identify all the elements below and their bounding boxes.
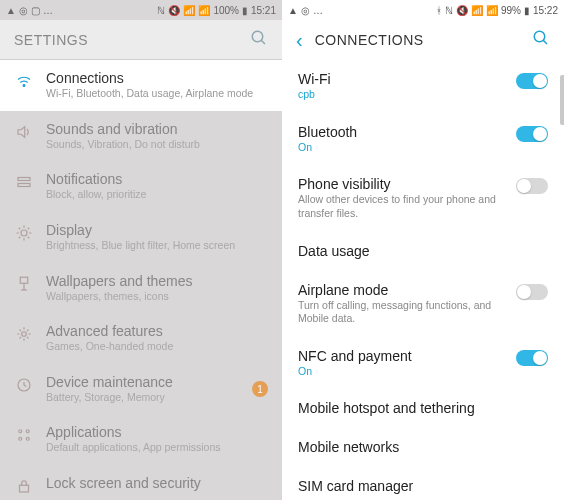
connections-item-data-usage[interactable]: Data usage bbox=[282, 232, 564, 271]
item-title: Wi-Fi bbox=[298, 71, 508, 87]
item-sub: On bbox=[298, 365, 508, 379]
svg-point-16 bbox=[534, 31, 545, 42]
item-title: Lock screen and security bbox=[46, 475, 268, 491]
settings-list: Connections Wi-Fi, Bluetooth, Data usage… bbox=[0, 60, 282, 500]
battery-icon: ▮ bbox=[242, 5, 248, 16]
connections-appbar: ‹ CONNECTIONS bbox=[282, 20, 564, 60]
svg-rect-6 bbox=[20, 277, 28, 283]
item-sub: Games, One-handed mode bbox=[46, 340, 268, 354]
sound-icon bbox=[15, 123, 33, 141]
scrollbar[interactable] bbox=[560, 75, 564, 125]
sync-icon: ◎ bbox=[19, 5, 28, 16]
item-title: Data usage bbox=[298, 243, 548, 259]
connections-item-bluetooth[interactable]: Bluetooth On bbox=[282, 113, 564, 166]
wifi-toggle[interactable] bbox=[516, 73, 548, 89]
status-right-icons: ℕ 🔇 📶 📶 100% ▮ 15:21 bbox=[157, 5, 276, 16]
more-icon: … bbox=[43, 5, 53, 16]
svg-point-2 bbox=[23, 85, 25, 87]
connections-icon bbox=[15, 72, 33, 90]
item-sub: Default applications, App permissions bbox=[46, 441, 268, 455]
phone-visibility-toggle[interactable] bbox=[516, 178, 548, 194]
settings-item-display[interactable]: Display Brightness, Blue light filter, H… bbox=[0, 212, 282, 263]
item-title: Advanced features bbox=[46, 323, 268, 339]
item-sub: Brightness, Blue light filter, Home scre… bbox=[46, 239, 268, 253]
mute-icon: 🔇 bbox=[456, 5, 468, 16]
item-title: Mobile networks bbox=[298, 439, 548, 455]
settings-screen: ▲ ◎ ▢ … ℕ 🔇 📶 📶 100% ▮ 15:21 SETTINGS Co… bbox=[0, 0, 282, 500]
settings-item-notifications[interactable]: Notifications Block, allow, prioritize bbox=[0, 161, 282, 212]
warning-icon: ▲ bbox=[288, 5, 298, 16]
battery-icon: ▮ bbox=[524, 5, 530, 16]
statusbar: ▲ ◎ … ᚼ ℕ 🔇 📶 📶 99% ▮ 15:22 bbox=[282, 0, 564, 20]
settings-item-maintenance[interactable]: Device maintenance Battery, Storage, Mem… bbox=[0, 364, 282, 415]
item-title: Display bbox=[46, 222, 268, 238]
svg-point-5 bbox=[21, 230, 27, 236]
clock: 15:21 bbox=[251, 5, 276, 16]
settings-item-applications[interactable]: Applications Default applications, App p… bbox=[0, 414, 282, 465]
battery-percent: 100% bbox=[213, 5, 239, 16]
page-title: CONNECTIONS bbox=[315, 32, 424, 48]
item-title: NFC and payment bbox=[298, 348, 508, 364]
item-sub: Wallpapers, themes, icons bbox=[46, 290, 268, 304]
signal-icon: 📶 bbox=[486, 5, 498, 16]
nfc-icon: ℕ bbox=[445, 5, 453, 16]
item-sub: cpb bbox=[298, 88, 508, 102]
connections-item-wifi[interactable]: Wi-Fi cpb bbox=[282, 60, 564, 113]
page-title: SETTINGS bbox=[14, 32, 88, 48]
settings-item-advanced[interactable]: Advanced features Games, One-handed mode bbox=[0, 313, 282, 364]
item-title: Mobile hotspot and tethering bbox=[298, 400, 548, 416]
signal-icon: 📶 bbox=[198, 5, 210, 16]
more-icon: … bbox=[313, 5, 323, 16]
bluetooth-icon: ᚼ bbox=[436, 5, 442, 16]
settings-item-sounds[interactable]: Sounds and vibration Sounds, Vibration, … bbox=[0, 111, 282, 162]
item-title: Bluetooth bbox=[298, 124, 508, 140]
svg-point-9 bbox=[22, 332, 27, 337]
airplane-toggle[interactable] bbox=[516, 284, 548, 300]
lock-icon bbox=[15, 477, 33, 495]
notifications-icon bbox=[15, 173, 33, 191]
sync-icon: ◎ bbox=[301, 5, 310, 16]
item-title: Phone visibility bbox=[298, 176, 508, 192]
svg-point-0 bbox=[252, 31, 263, 42]
search-icon[interactable] bbox=[532, 29, 550, 51]
status-left-icons: ▲ ◎ … bbox=[288, 5, 323, 16]
search-icon[interactable] bbox=[250, 29, 268, 51]
settings-item-lockscreen[interactable]: Lock screen and security bbox=[0, 465, 282, 500]
settings-item-connections[interactable]: Connections Wi-Fi, Bluetooth, Data usage… bbox=[0, 60, 282, 111]
connections-item-phone-visibility[interactable]: Phone visibility Allow other devices to … bbox=[282, 165, 564, 231]
apps-icon bbox=[15, 426, 33, 444]
settings-appbar: SETTINGS bbox=[0, 20, 282, 60]
item-title: Applications bbox=[46, 424, 268, 440]
wifi-icon: 📶 bbox=[183, 5, 195, 16]
nfc-toggle[interactable] bbox=[516, 350, 548, 366]
wifi-icon: 📶 bbox=[471, 5, 483, 16]
svg-rect-4 bbox=[18, 184, 30, 187]
item-sub: On bbox=[298, 141, 508, 155]
item-title: Sounds and vibration bbox=[46, 121, 268, 137]
bluetooth-toggle[interactable] bbox=[516, 126, 548, 142]
item-title: Device maintenance bbox=[46, 374, 240, 390]
wallpaper-icon bbox=[15, 275, 33, 293]
connections-item-airplane[interactable]: Airplane mode Turn off calling, messagin… bbox=[282, 271, 564, 337]
display-icon bbox=[15, 224, 33, 242]
svg-point-11 bbox=[19, 430, 22, 433]
connections-screen: ▲ ◎ … ᚼ ℕ 🔇 📶 📶 99% ▮ 15:22 ‹ CONNECTION… bbox=[282, 0, 564, 500]
image-icon: ▢ bbox=[31, 5, 40, 16]
back-button[interactable]: ‹ bbox=[296, 30, 303, 50]
status-right-icons: ᚼ ℕ 🔇 📶 📶 99% ▮ 15:22 bbox=[436, 5, 558, 16]
item-title: Connections bbox=[46, 70, 268, 86]
connections-item-nfc[interactable]: NFC and payment On bbox=[282, 337, 564, 390]
connections-item-mobile-networks[interactable]: Mobile networks bbox=[282, 428, 564, 467]
svg-point-13 bbox=[19, 438, 22, 441]
connections-item-hotspot[interactable]: Mobile hotspot and tethering bbox=[282, 389, 564, 428]
statusbar: ▲ ◎ ▢ … ℕ 🔇 📶 📶 100% ▮ 15:21 bbox=[0, 0, 282, 20]
connections-item-sim[interactable]: SIM card manager bbox=[282, 467, 564, 500]
maintenance-icon bbox=[15, 376, 33, 394]
settings-item-wallpapers[interactable]: Wallpapers and themes Wallpapers, themes… bbox=[0, 263, 282, 314]
svg-point-12 bbox=[26, 430, 29, 433]
item-sub: Sounds, Vibration, Do not disturb bbox=[46, 138, 268, 152]
clock: 15:22 bbox=[533, 5, 558, 16]
svg-rect-15 bbox=[20, 485, 29, 492]
item-title: SIM card manager bbox=[298, 478, 548, 494]
advanced-icon bbox=[15, 325, 33, 343]
